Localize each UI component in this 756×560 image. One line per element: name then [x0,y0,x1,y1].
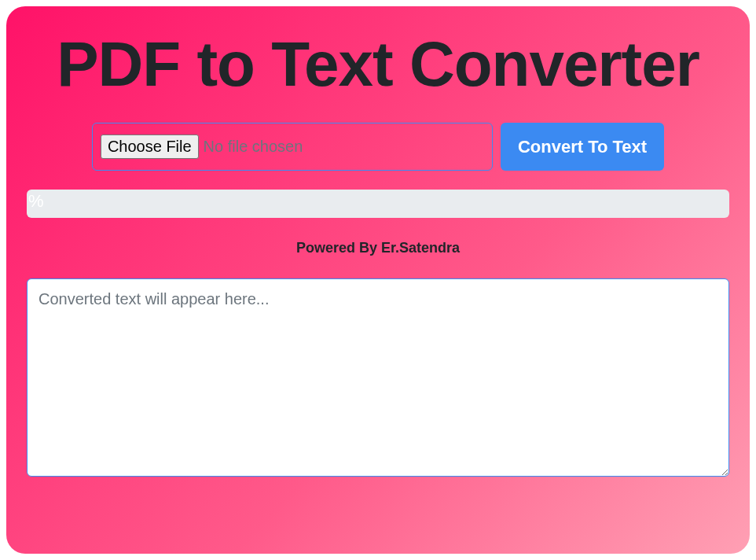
choose-file-button[interactable]: Choose File [101,134,199,159]
output-textarea[interactable] [27,278,729,477]
progress-bar: % [27,190,729,218]
powered-by-text: Powered By Er.Satendra [27,240,729,256]
app-container: PDF to Text Converter Choose File No fil… [6,6,750,554]
convert-button[interactable]: Convert To Text [501,123,664,171]
file-input[interactable]: Choose File No file chosen [92,123,493,171]
file-chosen-status: No file chosen [204,138,303,156]
progress-text: % [28,191,44,211]
input-row: Choose File No file chosen Convert To Te… [27,123,729,171]
page-title: PDF to Text Converter [27,30,729,99]
